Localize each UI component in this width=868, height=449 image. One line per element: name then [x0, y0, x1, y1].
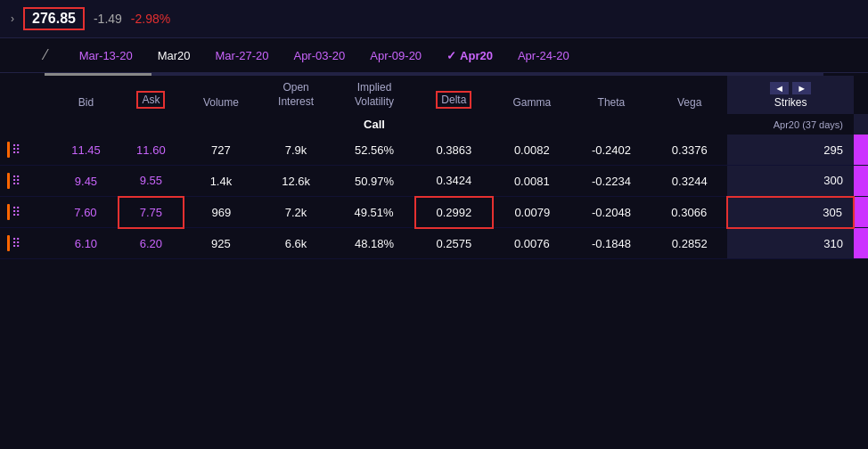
strikes-prev-button[interactable]: ◄: [770, 82, 789, 94]
delta-value[interactable]: 0.3424: [415, 166, 493, 197]
date-tab-mar13[interactable]: Mar-13-20: [79, 49, 133, 62]
row-indicators: ⠿: [0, 228, 53, 259]
open-interest-value: 12.6k: [258, 166, 333, 197]
ask-header: Ask: [119, 76, 184, 114]
gamma-value: 0.0079: [493, 197, 571, 228]
theta-header: Theta: [571, 76, 651, 114]
volume-value: 727: [184, 135, 258, 166]
scroll-indicator: [45, 73, 823, 76]
strikes-label: Strikes: [774, 96, 807, 109]
date-tab-mar20[interactable]: Mar20: [158, 49, 191, 62]
delta-header-box: Delta: [436, 91, 471, 109]
options-table-container: Bid Ask Volume OpenInterest ImpliedVolat…: [0, 76, 868, 259]
chevron-right-icon[interactable]: ›: [11, 12, 14, 25]
strike-value[interactable]: 305: [727, 197, 854, 228]
bid-value[interactable]: 11.45: [53, 135, 119, 166]
price-display: 276.85: [23, 7, 85, 30]
call-header-row: Call Apr20 (37 days): [0, 114, 868, 135]
delta-value[interactable]: 0.2575: [415, 228, 493, 259]
table-row: ⠿9.459.551.4k12.6k50.97%0.34240.0081-0.2…: [0, 166, 868, 197]
chart-icon[interactable]: ∕: [45, 47, 47, 63]
ask-value[interactable]: 9.55: [119, 166, 184, 197]
open-interest-header: OpenInterest: [258, 76, 333, 114]
date-tab-apr24[interactable]: Apr-24-20: [518, 49, 569, 62]
right-spacer: [854, 76, 868, 114]
right-color-bar: [854, 166, 868, 197]
table-row: ⠿6.106.209256.6k48.18%0.25750.0076-0.184…: [0, 228, 868, 259]
bid-value[interactable]: 6.10: [53, 228, 119, 259]
vega-value: 0.3376: [651, 135, 727, 166]
strikes-next-button[interactable]: ►: [792, 82, 811, 94]
indicators-col: [0, 76, 53, 114]
expiry-label: Apr20 (37 days): [727, 114, 854, 135]
vega-value: 0.2852: [651, 228, 727, 259]
theta-value: -0.2402: [571, 135, 651, 166]
orange-bar: [7, 173, 10, 189]
ask-value[interactable]: 6.20: [119, 228, 184, 259]
delta-header: Delta: [415, 76, 493, 114]
bid-value[interactable]: 7.60: [53, 197, 119, 228]
row-indicators: ⠿: [0, 166, 53, 197]
gamma-value: 0.0082: [493, 135, 571, 166]
strike-value[interactable]: 310: [727, 228, 854, 259]
date-tab-apr03[interactable]: Apr-03-20: [293, 49, 345, 62]
orange-bar: [7, 142, 10, 158]
vega-header: Vega: [651, 76, 727, 114]
options-table: Bid Ask Volume OpenInterest ImpliedVolat…: [0, 76, 868, 259]
orange-bar: [7, 235, 10, 251]
call-label: Call: [333, 114, 415, 135]
volume-value: 1.4k: [184, 166, 258, 197]
open-interest-value: 7.9k: [258, 135, 333, 166]
table-row: ⠿7.607.759697.2k49.51%0.29920.0079-0.204…: [0, 197, 868, 228]
date-tab-apr09[interactable]: Apr-09-20: [370, 49, 422, 62]
row-indicators: ⠿: [0, 135, 53, 166]
theta-value: -0.2234: [571, 166, 651, 197]
strike-value[interactable]: 300: [727, 166, 854, 197]
ask-header-box: Ask: [136, 91, 165, 109]
iv-value: 52.56%: [333, 135, 415, 166]
grid-icon[interactable]: ⠿: [12, 174, 20, 188]
delta-value[interactable]: 0.3863: [415, 135, 493, 166]
orange-bar: [7, 204, 10, 220]
volume-header: Volume: [184, 76, 258, 114]
date-tab-apr20[interactable]: Apr20: [446, 49, 493, 62]
vega-value: 0.3066: [651, 197, 727, 228]
open-interest-value: 7.2k: [258, 197, 333, 228]
ask-value[interactable]: 11.60: [119, 135, 184, 166]
strikes-header: ◄ ► Strikes: [727, 76, 854, 114]
price-pct: -2.98%: [131, 12, 170, 26]
delta-value[interactable]: 0.2992: [415, 197, 493, 228]
theta-value: -0.2048: [571, 197, 651, 228]
table-body: Call Apr20 (37 days) ⠿11.4511.607277.9k5…: [0, 114, 868, 259]
theta-value: -0.1848: [571, 228, 651, 259]
volume-value: 969: [184, 197, 258, 228]
volume-value: 925: [184, 228, 258, 259]
price-change: -1.49: [94, 12, 122, 26]
vega-value: 0.3244: [651, 166, 727, 197]
table-row: ⠿11.4511.607277.9k52.56%0.38630.0082-0.2…: [0, 135, 868, 166]
strike-value[interactable]: 295: [727, 135, 854, 166]
iv-value: 49.51%: [333, 197, 415, 228]
implied-volatility-header: ImpliedVolatility: [333, 76, 415, 114]
ask-value[interactable]: 7.75: [119, 197, 184, 228]
iv-value: 50.97%: [333, 166, 415, 197]
right-color-bar: [854, 135, 868, 166]
column-headers: Bid Ask Volume OpenInterest ImpliedVolat…: [0, 76, 868, 114]
iv-value: 48.18%: [333, 228, 415, 259]
date-tab-mar27[interactable]: Mar-27-20: [216, 49, 269, 62]
grid-icon[interactable]: ⠿: [12, 143, 20, 157]
grid-icon[interactable]: ⠿: [12, 236, 20, 250]
bid-value[interactable]: 9.45: [53, 166, 119, 197]
date-tabs: ∕ Mar-13-20 Mar20 Mar-27-20 Apr-03-20 Ap…: [0, 38, 868, 73]
gamma-value: 0.0081: [493, 166, 571, 197]
gamma-value: 0.0076: [493, 228, 571, 259]
right-color-bar: [854, 197, 868, 228]
grid-icon[interactable]: ⠿: [12, 205, 20, 219]
scroll-thumb[interactable]: [45, 73, 151, 76]
bid-header: Bid: [53, 76, 119, 114]
top-bar: › 276.85 -1.49 -2.98%: [0, 0, 868, 38]
open-interest-value: 6.6k: [258, 228, 333, 259]
gamma-header: Gamma: [493, 76, 571, 114]
right-color-bar: [854, 228, 868, 259]
row-indicators: ⠿: [0, 197, 53, 228]
